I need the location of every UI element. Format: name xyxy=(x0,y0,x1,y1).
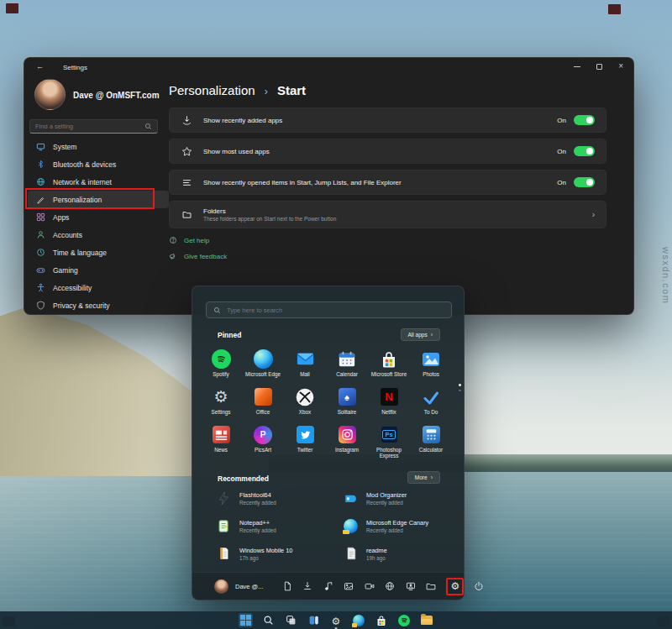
setting-label: Show recently added apps xyxy=(203,117,282,124)
downloads-icon[interactable] xyxy=(302,581,313,592)
sidebar-item-bluetooth[interactable]: Bluetooth & devices xyxy=(28,155,169,173)
give-feedback-link[interactable]: Give feedback xyxy=(169,252,606,260)
settings-icon[interactable] xyxy=(449,581,460,592)
start-search-input[interactable] xyxy=(227,307,444,314)
videos-icon[interactable] xyxy=(364,581,375,592)
get-help-label: Get help xyxy=(184,237,209,244)
accessibility-icon xyxy=(36,283,45,292)
edge-canary-icon xyxy=(343,518,359,534)
app-tile-news[interactable]: News xyxy=(200,422,242,460)
recommended-item-flashtool[interactable]: Flashtool64Recently added xyxy=(216,488,343,508)
power-button[interactable] xyxy=(474,581,485,592)
sidebar-item-system[interactable]: System xyxy=(28,138,169,155)
toggle-switch[interactable] xyxy=(574,146,595,156)
toggle-switch[interactable] xyxy=(574,115,595,125)
pictures-icon[interactable] xyxy=(344,581,354,592)
sidebar-item-personalization[interactable]: Personalization xyxy=(28,191,169,208)
app-tile-netflix[interactable]: Netflix xyxy=(368,385,410,422)
settings-gear-icon xyxy=(213,389,228,406)
app-tile-photoshop-express[interactable]: Photoshop Express xyxy=(368,422,410,460)
app-tile-instagram[interactable]: Instagram xyxy=(326,422,368,460)
get-help-link[interactable]: Get help xyxy=(169,236,606,244)
recommended-name: Microsoft Edge Canary xyxy=(366,519,428,527)
personal-folder-icon[interactable] xyxy=(405,581,416,592)
start-button[interactable] xyxy=(239,613,253,627)
widgets-button[interactable] xyxy=(307,613,321,627)
setting-row-folders[interactable]: Folders These folders appear on Start ne… xyxy=(169,201,606,228)
settings-window: Settings Dave @ OnMSFT.com System Blueto… xyxy=(24,57,634,315)
app-tile-calendar[interactable]: Calendar xyxy=(326,347,368,385)
all-apps-button[interactable]: All apps › xyxy=(401,328,440,341)
bluetooth-icon xyxy=(36,160,45,169)
taskbar-search-button[interactable] xyxy=(261,613,276,627)
sidebar-item-accounts[interactable]: Accounts xyxy=(28,226,169,244)
app-tile-settings[interactable]: Settings xyxy=(200,385,242,422)
avatar[interactable] xyxy=(34,79,66,110)
pinned-pagination-dots[interactable] xyxy=(459,384,461,391)
recommended-item-windows-mobile[interactable]: Windows Mobile 1017h ago xyxy=(216,543,343,563)
settings-search-input[interactable] xyxy=(35,123,144,130)
taskbar-spotify-button[interactable] xyxy=(397,613,412,627)
toggle-knob xyxy=(586,117,593,123)
app-tile-edge[interactable]: Microsoft Edge xyxy=(242,347,284,385)
taskbar-store-button[interactable] xyxy=(375,613,389,627)
app-tile-solitaire[interactable]: Solitaire xyxy=(326,385,368,422)
sidebar-item-privacy[interactable]: Privacy & security xyxy=(28,296,169,314)
sidebar-item-label: Accessibility xyxy=(53,284,92,292)
settings-annotation-box xyxy=(446,578,464,595)
setting-label: Folders xyxy=(203,207,336,215)
back-button[interactable] xyxy=(36,62,44,71)
app-tile-store[interactable]: Microsoft Store xyxy=(368,347,410,385)
start-menu-footer: Dave @... xyxy=(192,572,464,600)
taskbar-edge-button[interactable] xyxy=(352,613,366,627)
sidebar-item-gaming[interactable]: Gaming xyxy=(28,261,169,279)
task-view-button[interactable] xyxy=(284,613,298,627)
lightning-icon xyxy=(216,490,232,506)
app-tile-photos[interactable]: Photos xyxy=(410,347,452,385)
edge-icon xyxy=(353,615,365,626)
app-tile-twitter[interactable]: Twitter xyxy=(284,422,326,460)
app-tile-picsart[interactable]: PicsArt xyxy=(242,422,284,460)
avatar[interactable] xyxy=(214,579,228,594)
app-tile-todo[interactable]: To Do xyxy=(410,385,452,422)
app-label: Instagram xyxy=(335,447,359,453)
taskbar xyxy=(0,611,672,629)
spotify-icon xyxy=(398,615,410,626)
toggle-switch[interactable] xyxy=(574,177,595,187)
folders-icon xyxy=(181,209,192,221)
canary-badge xyxy=(343,530,349,534)
minimize-button[interactable] xyxy=(574,66,580,67)
system-icon xyxy=(36,142,45,151)
start-search-box[interactable] xyxy=(206,301,452,318)
taskbar-settings-button[interactable] xyxy=(329,613,344,627)
recommended-item-mod-organizer[interactable]: Mod OrganizerRecently added xyxy=(343,488,467,508)
music-icon[interactable] xyxy=(323,581,333,592)
more-button[interactable]: More › xyxy=(407,471,440,484)
file-explorer-icon[interactable] xyxy=(426,581,437,592)
clock-icon xyxy=(36,248,45,257)
maximize-button[interactable] xyxy=(596,64,602,70)
more-label: More xyxy=(415,474,428,480)
settings-search-box[interactable] xyxy=(29,119,158,134)
taskbar-file-explorer-button[interactable] xyxy=(420,613,434,627)
documents-icon[interactable] xyxy=(281,581,292,592)
recommended-name: Flashtool64 xyxy=(239,491,276,499)
sidebar-item-network[interactable]: Network & internet xyxy=(28,173,169,191)
search-icon xyxy=(213,307,221,314)
app-label: Settings xyxy=(212,409,231,415)
breadcrumb-parent[interactable]: Personalization xyxy=(169,83,255,97)
app-tile-xbox[interactable]: Xbox xyxy=(284,385,326,422)
app-tile-mail[interactable]: Mail xyxy=(284,347,326,385)
app-tile-spotify[interactable]: Spotify xyxy=(200,347,242,385)
recommended-item-notepadpp[interactable]: Notepad++Recently added xyxy=(216,516,343,536)
close-button[interactable] xyxy=(618,62,623,71)
recommended-item-readme[interactable]: readme19h ago xyxy=(343,543,467,563)
sidebar-item-apps[interactable]: Apps xyxy=(28,208,169,226)
footer-user-name[interactable]: Dave @... xyxy=(235,583,263,590)
sidebar-item-accessibility[interactable]: Accessibility xyxy=(28,279,169,296)
app-tile-office[interactable]: Office xyxy=(242,385,284,422)
sidebar-item-time-language[interactable]: Time & language xyxy=(28,244,169,261)
recommended-item-edge-canary[interactable]: Microsoft Edge CanaryRecently added xyxy=(343,516,467,536)
app-tile-calculator[interactable]: Calculator xyxy=(410,422,452,460)
network-icon[interactable] xyxy=(385,581,396,592)
